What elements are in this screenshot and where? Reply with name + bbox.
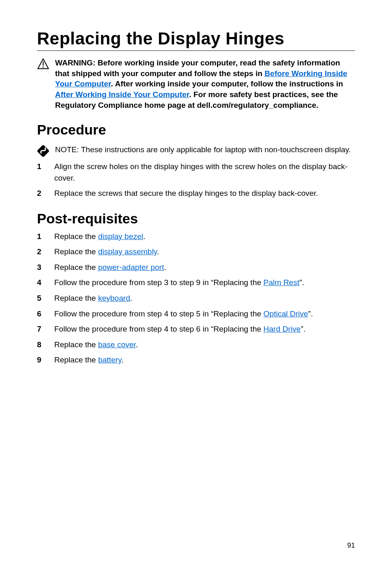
procedure-step: Align the screw holes on the display hin…	[37, 161, 355, 183]
link-keyboard[interactable]: keyboard	[98, 294, 130, 302]
link-display-assembly[interactable]: display assembly	[98, 247, 157, 256]
link-palm-rest[interactable]: Palm Rest	[263, 278, 300, 287]
link-hard-drive[interactable]: Hard Drive	[263, 325, 301, 333]
svg-point-2	[43, 67, 44, 68]
procedure-heading: Procedure	[37, 122, 355, 138]
note-text: NOTE: These instructions are only applic…	[55, 144, 355, 157]
link-battery[interactable]: battery	[98, 355, 122, 364]
post-requisites-steps: Replace the display bezel. Replace the d…	[37, 231, 355, 366]
post-step: Replace the display bezel.	[37, 231, 355, 242]
note-label: NOTE:	[55, 145, 79, 154]
post-step: Replace the power-adapter port.	[37, 262, 355, 273]
post-step: Replace the keyboard.	[37, 293, 355, 304]
link-display-bezel[interactable]: display bezel	[98, 232, 143, 241]
post-step: Replace the display assembly.	[37, 246, 355, 258]
note-icon	[37, 144, 49, 157]
link-after-working[interactable]: After Working Inside Your Computer	[55, 90, 189, 99]
post-step: Replace the battery.	[37, 354, 355, 366]
procedure-steps: Align the screw holes on the display hin…	[37, 161, 355, 199]
page: Replacing the Display Hinges WARNING: Be…	[0, 0, 392, 562]
note-admonition: NOTE: These instructions are only applic…	[37, 144, 355, 157]
warning-admonition: WARNING: Before working inside your comp…	[37, 58, 355, 110]
post-step: Follow the procedure from step 4 to step…	[37, 323, 355, 335]
page-number: 91	[347, 541, 355, 550]
warning-icon	[37, 58, 49, 110]
link-power-adapter-port[interactable]: power-adapter port	[98, 263, 164, 272]
page-title: Replacing the Display Hinges	[37, 29, 355, 51]
link-base-cover[interactable]: base cover	[98, 340, 136, 349]
post-step: Follow the procedure from step 4 to step…	[37, 308, 355, 320]
link-optical-drive[interactable]: Optical Drive	[263, 309, 308, 318]
procedure-step: Replace the screws that secure the displ…	[37, 188, 355, 199]
post-requisites-heading: Post-requisites	[37, 211, 355, 227]
warning-label: WARNING:	[55, 58, 95, 67]
post-step: Replace the base cover.	[37, 339, 355, 351]
warning-text: WARNING: Before working inside your comp…	[55, 58, 355, 110]
post-step: Follow the procedure from step 3 to step…	[37, 277, 355, 288]
